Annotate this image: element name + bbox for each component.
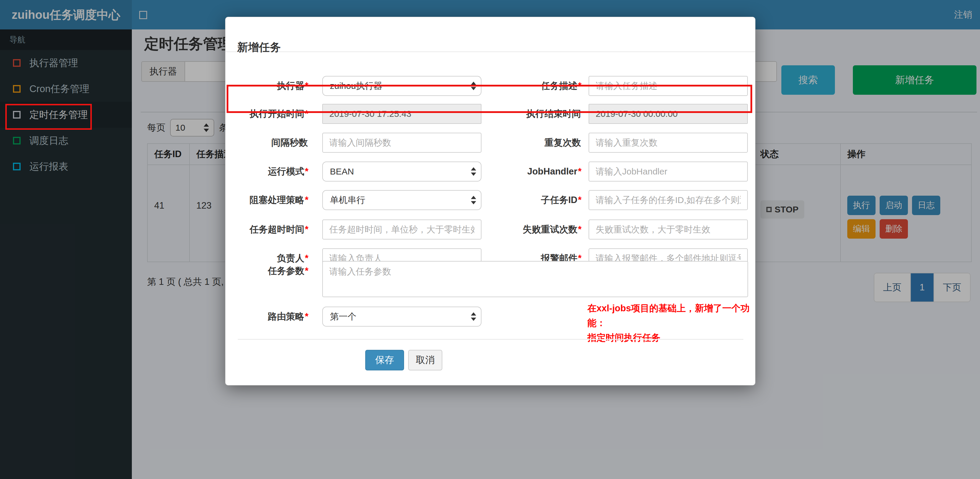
block-strategy-label: 阻塞处理策略* [220,190,309,210]
end-time-field [589,104,748,124]
executor-select[interactable]: zuihou执行器 [322,76,482,96]
timeout-field [322,220,482,240]
interval-input[interactable] [322,133,482,153]
repeat-label: 重复次数 [493,133,582,153]
retry-field [589,220,748,240]
modal-header: 新增任务 [226,17,755,52]
timeout-label: 任务超时时间* [220,220,309,240]
start-time-label: 执行开始时间* [220,104,309,124]
jobhandler-input[interactable] [589,162,748,181]
child-task-input[interactable] [589,190,748,210]
run-mode-label: 运行模式* [220,162,309,181]
child-task-label: 子任务ID* [493,190,582,210]
select-caret-icon [471,312,476,321]
child-task-field [589,190,748,210]
route-strategy-select-value: 第一个 [330,311,356,323]
block-strategy-select-value: 单机串行 [330,194,365,206]
repeat-field [589,133,748,153]
executor-select-value: zuihou执行器 [330,80,382,92]
start-time-input[interactable] [322,104,482,124]
app-root: zuihou任务调度中心 注销 导航 执行器管理 Cron任务管理 定时任务管理… [0,0,980,479]
select-caret-icon [471,196,476,204]
route-strategy-label: 路由策略* [220,307,309,326]
repeat-input[interactable] [589,133,748,153]
interval-label: 间隔秒数 [220,133,309,153]
task-params-textarea[interactable] [322,261,748,297]
timeout-input[interactable] [322,220,482,240]
select-caret-icon [471,167,476,176]
feature-tip-text: 在xxl-jobs项目的基础上，新增了一个功能： 指定时间执行任务 [587,301,755,345]
block-strategy-select[interactable]: 单机串行 [322,190,482,210]
start-time-field [322,104,482,124]
jobhandler-label: JobHandler* [493,162,582,181]
run-mode-select[interactable]: BEAN [322,162,482,181]
cancel-button[interactable]: 取消 [408,350,442,371]
add-task-modal: 新增任务 执行器* zuihou执行器 任务描述* 执行开始时间* 执行结束时间 [225,17,756,385]
modal-title: 新增任务 [237,40,281,55]
executor-label: 执行器* [220,76,309,96]
run-mode-select-value: BEAN [330,167,354,177]
save-button[interactable]: 保存 [365,350,404,371]
retry-label: 失败重试次数* [493,220,582,240]
footer-divider [238,339,743,340]
retry-input[interactable] [589,220,748,240]
end-time-input[interactable] [589,104,748,124]
route-strategy-select[interactable]: 第一个 [322,307,482,326]
task-desc-label: 任务描述* [493,76,582,96]
end-time-label: 执行结束时间 [493,104,582,124]
interval-field [322,133,482,153]
task-desc-field [589,76,748,96]
feature-tip-line1: 在xxl-jobs项目的基础上，新增了一个功能： [587,301,755,330]
feature-tip-line2: 指定时间执行任务 [587,330,755,345]
select-caret-icon [471,82,476,90]
jobhandler-field [589,162,748,181]
task-params-label: 任务参数* [220,261,309,281]
task-desc-input[interactable] [589,76,748,96]
